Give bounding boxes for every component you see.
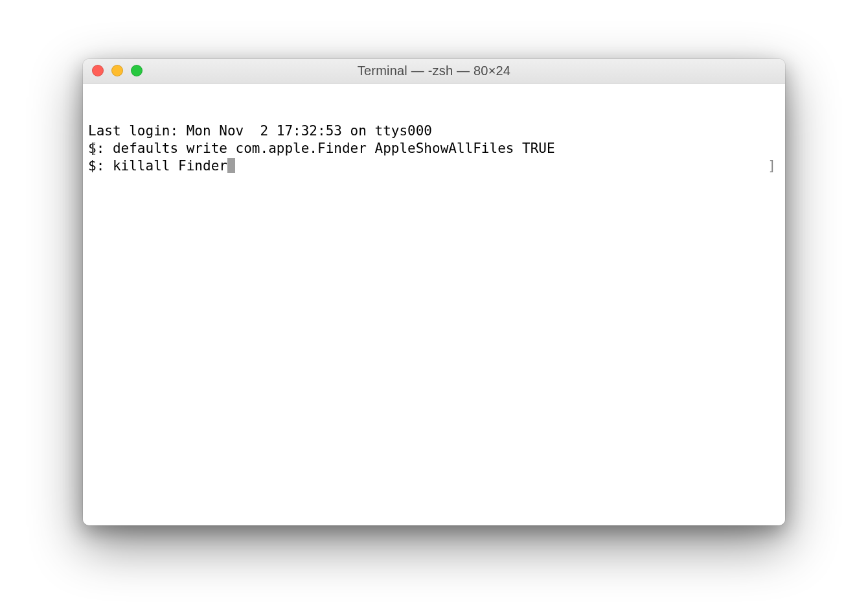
terminal-line-wrapper: [$: defaults write com.apple.Finder Appl… [88,140,780,157]
window-title: Terminal — -zsh — 80×24 [83,63,785,78]
terminal-window: Terminal — -zsh — 80×24 Last login: Mon … [83,59,785,525]
close-button[interactable] [92,65,104,76]
terminal-line: $: defaults write com.apple.Finder Apple… [88,140,780,157]
traffic-lights [83,65,143,76]
minimize-button[interactable] [111,65,123,76]
titlebar[interactable]: Terminal — -zsh — 80×24 [83,59,785,84]
terminal-line: Last login: Mon Nov 2 17:32:53 on ttys00… [88,122,780,140]
cursor-icon [227,158,235,173]
bracket-right-icon: ] [768,157,776,175]
maximize-button[interactable] [131,65,143,76]
bracket-left-icon: [ [89,140,98,157]
terminal-line: $: killall Finder [88,158,227,174]
terminal-body[interactable]: Last login: Mon Nov 2 17:32:53 on ttys00… [83,84,785,525]
